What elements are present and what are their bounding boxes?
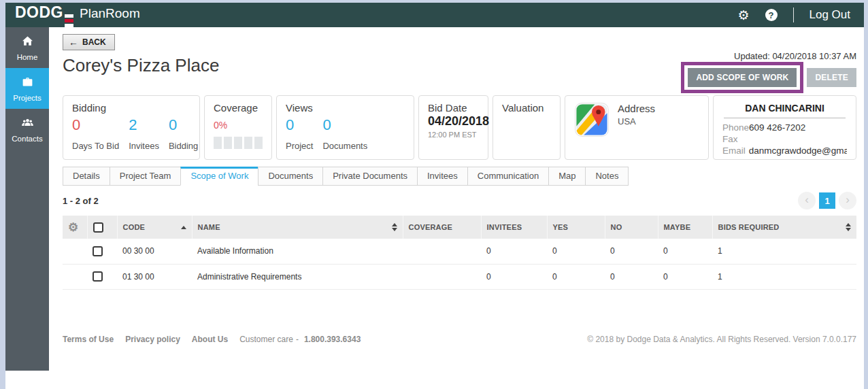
tab-private-documents[interactable]: Private Documents — [322, 167, 418, 186]
tab-documents[interactable]: Documents — [258, 167, 323, 186]
current-page-button[interactable]: 1 — [819, 192, 835, 209]
cell-bids-required: 1 — [712, 239, 856, 264]
stat-invitees: 2Invitees — [129, 117, 159, 151]
column-label: MAYBE — [664, 223, 691, 231]
back-arrow-icon: ← — [69, 37, 78, 48]
updated-timestamp: Updated: 04/20/2018 10:37 AM — [734, 51, 856, 61]
sort-asc-icon[interactable] — [181, 226, 186, 229]
address-card-title: Address — [618, 103, 655, 114]
header-divider — [793, 7, 794, 22]
delete-button[interactable]: DELETE — [807, 68, 856, 87]
contact-email-row: Emaildanmcgrawdodge@gmail.com — [722, 146, 847, 156]
brand-dodge-text: DODG — [15, 3, 63, 22]
cell-yes: 0 — [547, 264, 605, 289]
cell-no: 0 — [605, 264, 658, 289]
bid-date-card: Bid Date 04/20/2018 12:00 PM EST — [418, 95, 488, 160]
contact-phone-row: Phone609 426-7202 — [722, 122, 847, 133]
sidebar-nav: HomeProjectsContacts — [5, 27, 49, 371]
footer-link-privacy-policy[interactable]: Privacy policy — [125, 335, 180, 344]
tab-project-team[interactable]: Project Team — [110, 167, 182, 186]
stat-project: 0Project — [286, 117, 313, 151]
stat-value: 0 — [169, 117, 198, 133]
cell-invitees: 0 — [481, 264, 547, 289]
table-settings-gear-icon[interactable]: ⚙ — [68, 221, 78, 234]
table-header-row: ⚙CODENAMECOVERAGEINVITEESYESNOMAYBEBIDS … — [63, 216, 856, 239]
logout-button[interactable]: Log Out — [809, 8, 851, 22]
project-tabs: DetailsProject TeamScope of WorkDocument… — [63, 167, 856, 186]
annotation-highlight-box: ADD SCOPE OF WORK — [681, 62, 803, 93]
sort-both-icon[interactable] — [392, 223, 397, 231]
tab-invitees[interactable]: Invitees — [417, 167, 468, 186]
google-maps-icon[interactable] — [574, 102, 610, 153]
cell-code: 00 30 00 — [117, 239, 192, 264]
customer-care-separator: - — [296, 335, 299, 344]
home-icon — [20, 35, 35, 50]
copyright-text: © 2018 by Dodge Data & Analytics. All Ri… — [587, 335, 856, 344]
sidebar-item-contacts[interactable]: Contacts — [5, 109, 49, 150]
fax-label: Fax — [722, 134, 738, 144]
stat-value: 0 — [72, 117, 119, 133]
column-label: COVERAGE — [409, 223, 453, 231]
row-checkbox[interactable] — [93, 246, 103, 256]
prev-page-button[interactable]: ‹ — [798, 192, 816, 209]
contact-card: DAN CHINCARINI Phone609 426-7202 Fax Ema… — [713, 95, 856, 160]
stat-documents: 0Documents — [322, 117, 367, 151]
add-scope-of-work-button[interactable]: ADD SCOPE OF WORK — [688, 68, 797, 87]
select-all-checkbox[interactable] — [93, 222, 103, 233]
cell-coverage — [403, 264, 481, 289]
bid-date-value: 04/20/2018 — [428, 114, 479, 129]
column-header-maybe: MAYBE — [658, 216, 712, 239]
column-label: NAME — [198, 223, 220, 231]
sidebar-item-label: Contacts — [12, 135, 42, 143]
email-value: danmcgrawdodge@gmail.com — [749, 146, 847, 156]
views-card-title: Views — [286, 102, 405, 114]
stat-bidding: 0Bidding — [169, 117, 198, 151]
column-label: INVITEES — [487, 223, 522, 231]
tab-scope-of-work[interactable]: Scope of Work — [180, 167, 258, 186]
column-label: NO — [611, 223, 622, 231]
footer-link-terms-of-use[interactable]: Terms of Use — [63, 335, 114, 344]
cell-invitees: 0 — [481, 239, 547, 264]
stat-value: 0 — [322, 117, 367, 133]
customer-care-label: Customer care — [239, 335, 293, 344]
help-icon[interactable]: ? — [765, 9, 778, 21]
column-label: BIDS REQUIRED — [718, 223, 780, 231]
footer-link-about-us[interactable]: About Us — [192, 335, 228, 344]
tab-details[interactable]: Details — [63, 167, 110, 186]
phone-value: 609 426-7202 — [749, 122, 805, 133]
next-page-button[interactable]: › — [839, 192, 856, 209]
tab-notes[interactable]: Notes — [585, 167, 629, 186]
briefcase-icon — [20, 75, 35, 91]
phone-label: Phone — [722, 122, 749, 133]
stat-label: Days To Bid — [72, 141, 119, 151]
row-checkbox[interactable] — [93, 271, 103, 282]
coverage-card: Coverage 0% — [204, 95, 272, 160]
stat-value: 2 — [129, 117, 159, 133]
sidebar-item-projects[interactable]: Projects — [5, 68, 49, 109]
top-header-bar: DODG PlanRoom ⚙ ? Log Out — [5, 3, 864, 27]
address-value: USA — [618, 116, 655, 126]
cell-maybe: 0 — [658, 264, 712, 289]
column-header-name[interactable]: NAME — [192, 216, 403, 239]
stat-label: Bidding — [169, 141, 198, 151]
dodge-planroom-logo: DODG PlanRoom — [15, 3, 140, 27]
column-header-code[interactable]: CODE — [117, 216, 192, 239]
cell-maybe: 0 — [658, 239, 712, 264]
column-header-bids-required[interactable]: BIDS REQUIRED — [712, 216, 856, 239]
coverage-card-title: Coverage — [214, 102, 263, 114]
sidebar-item-home[interactable]: Home — [5, 27, 49, 68]
back-button-label: BACK — [82, 37, 106, 47]
scope-of-work-table: ⚙CODENAMECOVERAGEINVITEESYESNOMAYBEBIDS … — [63, 216, 856, 290]
column-header-invitees: INVITEES — [481, 216, 547, 239]
tab-communication[interactable]: Communication — [467, 167, 549, 186]
settings-gear-icon[interactable]: ⚙ — [737, 9, 749, 22]
bidding-card-title: Bidding — [72, 102, 190, 114]
tab-map[interactable]: Map — [548, 167, 586, 186]
stat-value: 0 — [286, 117, 313, 133]
stat-label: Documents — [322, 141, 367, 151]
cell-yes: 0 — [547, 239, 605, 264]
back-button[interactable]: ← BACK — [63, 34, 115, 50]
stat-label: Project — [286, 141, 313, 151]
cell-name: Available Information — [192, 239, 403, 264]
sort-both-icon[interactable] — [846, 223, 851, 231]
